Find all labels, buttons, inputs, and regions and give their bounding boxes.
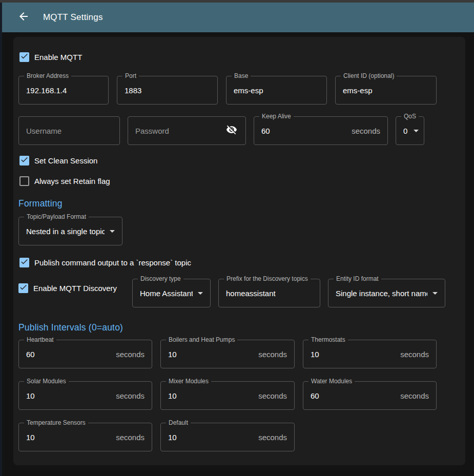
- publish-intervals-heading: Publish Intervals (0=auto): [18, 322, 460, 333]
- page-title: MQTT Settings: [43, 12, 103, 23]
- enable-discovery-label: Enable MQTT Discovery: [33, 284, 117, 293]
- window-left-edge: [0, 3, 2, 476]
- seconds-suffix: seconds: [116, 350, 145, 359]
- mixer-value: 10: [168, 391, 254, 400]
- seconds-suffix: seconds: [116, 433, 145, 442]
- client-id-field[interactable]: Client ID (optional) ems-esp: [335, 76, 437, 105]
- chevron-down-icon: [110, 230, 115, 233]
- seconds-suffix: seconds: [258, 391, 287, 400]
- clean-session-checkbox[interactable]: [19, 156, 29, 165]
- port-value: 1883: [125, 86, 210, 95]
- retain-flag-row: Always set Retain flag: [19, 176, 460, 186]
- arrow-left-icon: [17, 10, 30, 25]
- boilers-value: 10: [168, 350, 254, 359]
- discovery-prefix-field[interactable]: Prefix for the Discovery topics homeassi…: [218, 279, 320, 307]
- chevron-down-icon: [432, 292, 438, 295]
- retain-flag-label: Always set Retain flag: [34, 177, 110, 185]
- solar-value: 10: [26, 391, 112, 400]
- topic-format-value: Nested in a single topic: [26, 227, 105, 236]
- checkmark-icon: [20, 155, 29, 166]
- formatting-heading: Formatting: [18, 198, 460, 209]
- discovery-type-label: Discovery type: [138, 275, 183, 283]
- clean-session-label: Set Clean Session: [34, 156, 97, 165]
- seconds-suffix: seconds: [400, 350, 429, 359]
- discovery-row: Enable MQTT Discovery Discovery type Hom…: [18, 279, 460, 307]
- qos-value: 0: [403, 127, 408, 135]
- port-label: Port: [122, 72, 139, 80]
- water-interval-field[interactable]: Water Modules 60 seconds: [303, 381, 437, 410]
- chevron-down-icon: [414, 130, 419, 132]
- heartbeat-value: 60: [26, 350, 112, 359]
- water-label: Water Modules: [308, 378, 355, 385]
- topic-format-label: Topic/Payload Format: [24, 213, 89, 221]
- base-field[interactable]: Base ems-esp: [226, 76, 327, 105]
- discovery-fields: Discovery type Home Assistant Prefix for…: [132, 279, 445, 307]
- seconds-suffix: seconds: [258, 433, 287, 442]
- entity-id-format-select[interactable]: Entity ID format Single instance, short …: [328, 279, 445, 307]
- username-field[interactable]: Username: [18, 116, 120, 145]
- heartbeat-interval-field[interactable]: Heartbeat 60 seconds: [18, 340, 152, 368]
- credentials-row: Username Password Keep Alive 60 seconds …: [18, 116, 460, 145]
- solar-interval-field[interactable]: Solar Modules 10 seconds: [18, 381, 152, 410]
- enable-discovery-row: Enable MQTT Discovery: [18, 283, 132, 293]
- retain-flag-checkbox[interactable]: [19, 176, 29, 186]
- qos-select[interactable]: QoS 0: [396, 116, 424, 145]
- keep-alive-value: 60: [261, 127, 347, 135]
- mixer-label: Mixer Modules: [166, 378, 211, 385]
- checkmark-icon: [20, 52, 29, 63]
- enable-discovery-checkbox[interactable]: [18, 283, 28, 293]
- broker-address-field[interactable]: Broker Address 192.168.1.4: [18, 76, 109, 105]
- discovery-prefix-value: homeassistant: [226, 289, 313, 298]
- back-button[interactable]: [13, 7, 34, 28]
- default-interval-field[interactable]: Default 10 seconds: [160, 423, 295, 451]
- port-field[interactable]: Port 1883: [117, 76, 218, 105]
- checkmark-icon: [19, 283, 28, 294]
- enable-mqtt-checkbox[interactable]: [19, 52, 29, 62]
- broker-address-label: Broker Address: [24, 72, 71, 80]
- enable-mqtt-row: Enable MQTT: [19, 52, 460, 62]
- password-field[interactable]: Password: [128, 116, 246, 145]
- broker-address-value: 192.168.1.4: [26, 86, 101, 95]
- username-placeholder: Username: [26, 127, 112, 135]
- qos-label: QoS: [401, 113, 419, 120]
- discovery-type-value: Home Assistant: [140, 289, 193, 298]
- chevron-down-icon: [198, 292, 203, 295]
- thermostats-label: Thermostats: [308, 336, 348, 344]
- boilers-interval-field[interactable]: Boilers and Heat Pumps 10 seconds: [160, 340, 295, 368]
- thermostats-value: 10: [311, 350, 396, 359]
- client-id-label: Client ID (optional): [341, 72, 397, 80]
- discovery-prefix-label: Prefix for the Discovery topics: [224, 275, 311, 283]
- settings-card: Enable MQTT Broker Address 192.168.1.4 P…: [13, 37, 465, 465]
- publish-response-checkbox[interactable]: [19, 258, 29, 267]
- password-placeholder: Password: [135, 127, 225, 135]
- app-bar: MQTT Settings: [2, 3, 474, 32]
- keep-alive-label: Keep Alive: [259, 113, 294, 120]
- entity-id-format-value: Single instance, short name: [336, 289, 427, 298]
- discovery-type-select[interactable]: Discovery type Home Assistant: [132, 279, 211, 307]
- water-value: 60: [311, 391, 396, 400]
- seconds-suffix: seconds: [116, 391, 145, 400]
- publish-response-label: Publish command output to a `response` t…: [34, 258, 191, 267]
- broker-fields-row: Broker Address 192.168.1.4 Port 1883 Bas…: [18, 76, 460, 105]
- toggle-password-visibility-button[interactable]: [225, 124, 238, 137]
- intervals-grid: Heartbeat 60 seconds Boilers and Heat Pu…: [18, 340, 460, 451]
- enable-mqtt-label: Enable MQTT: [34, 53, 82, 61]
- seconds-suffix: seconds: [400, 391, 429, 400]
- base-value: ems-esp: [234, 86, 319, 95]
- keep-alive-field[interactable]: Keep Alive 60 seconds: [254, 116, 388, 145]
- mixer-interval-field[interactable]: Mixer Modules 10 seconds: [160, 381, 295, 410]
- heartbeat-label: Heartbeat: [24, 336, 56, 344]
- client-id-value: ems-esp: [343, 86, 429, 95]
- thermostats-interval-field[interactable]: Thermostats 10 seconds: [303, 340, 437, 368]
- publish-response-row: Publish command output to a `response` t…: [19, 258, 460, 267]
- temperature-label: Temperature Sensors: [24, 419, 88, 427]
- clean-session-row: Set Clean Session: [19, 156, 460, 165]
- topic-format-select[interactable]: Topic/Payload Format Nested in a single …: [18, 217, 122, 245]
- temperature-interval-field[interactable]: Temperature Sensors 10 seconds: [18, 423, 152, 451]
- base-label: Base: [232, 72, 251, 80]
- boilers-label: Boilers and Heat Pumps: [166, 336, 237, 344]
- default-label: Default: [166, 419, 191, 427]
- solar-label: Solar Modules: [24, 378, 69, 385]
- visibility-off-icon: [226, 124, 237, 137]
- keep-alive-suffix: seconds: [352, 127, 380, 135]
